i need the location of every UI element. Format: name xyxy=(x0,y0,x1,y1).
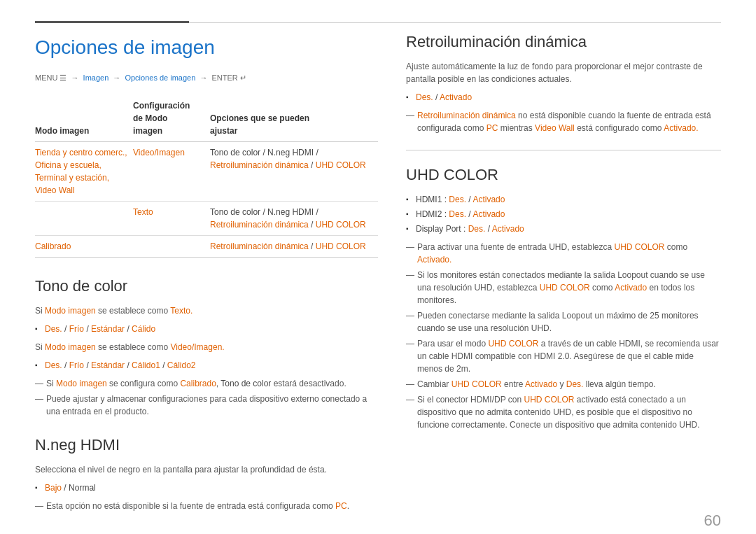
uhd-bullet-hdmi2: HDMI2 : Des. / Activado xyxy=(406,208,721,220)
retroiluminacion-title: Retroiluminación dinámica xyxy=(406,30,721,53)
page-title: Opciones de imagen xyxy=(35,33,378,62)
nneg-intro: Selecciona el nivel de negro en la panta… xyxy=(35,463,378,476)
tono-bullet1-list: Des. / Frío / Estándar / Cálido xyxy=(35,323,378,335)
uhd-note1: Para activar una fuente de entrada UHD, … xyxy=(406,241,721,266)
tono-notes: Si Modo imagen se configura como Calibra… xyxy=(35,377,378,418)
top-rules xyxy=(35,21,721,23)
nneg-hdmi-title: N.neg HDMI xyxy=(35,433,378,456)
arrow2: → xyxy=(113,73,122,82)
uhd-note6: Si el conector HDMI/DP con UHD COLOR act… xyxy=(406,393,721,431)
uhd-bullet-hdmi1: HDMI1 : Des. / Activado xyxy=(406,193,721,206)
retroiluminacion-bullet-list: Des. / Activado xyxy=(406,91,721,104)
uhd-note5: Cambiar UHD COLOR entre Activado y Des. … xyxy=(406,378,721,391)
retroiluminacion-bullet: Des. / Activado xyxy=(406,91,721,104)
retroiluminacion-intro: Ajuste automáticamente la luz de fondo p… xyxy=(406,60,721,85)
uhd-bullet-displayport: Display Port : Des. / Activado xyxy=(406,223,721,235)
table-cell-config1: Video/Imagen xyxy=(133,141,210,201)
uhd-color-notes: Para activar una fuente de entrada UHD, … xyxy=(406,241,721,431)
uhd-color-title: UHD COLOR xyxy=(406,163,721,186)
uhd-note4: Para usar el modo UHD COLOR a través de … xyxy=(406,337,721,375)
enter-label: ENTER ↵ xyxy=(211,73,246,82)
uhd-note3: Pueden conectarse mediante la salida Loo… xyxy=(406,309,721,335)
menu-icon: MENU ☰ xyxy=(35,72,66,84)
tono-de-color-section: Tono de color Si Modo imagen se establec… xyxy=(35,274,378,418)
breadcrumb: MENU ☰ → Imagen → Opciones de imagen → E… xyxy=(35,72,378,84)
divider xyxy=(406,150,721,150)
nneg-bullet-list: Bajo / Normal xyxy=(35,482,378,494)
tono-bullet2-list: Des. / Frío / Estándar / Cálido1 / Cálid… xyxy=(35,359,378,372)
nneg-bullet: Bajo / Normal xyxy=(35,482,378,494)
tono-bullet1: Des. / Frío / Estándar / Cálido xyxy=(35,323,378,335)
right-column: Retroiluminación dinámica Ajuste automát… xyxy=(406,27,721,528)
page-container: Opciones de imagen MENU ☰ → Imagen → Opc… xyxy=(0,0,756,534)
table-row: Tienda y centro comerc., Oficina y escue… xyxy=(35,141,378,201)
nneg-hdmi-section: N.neg HDMI Selecciona el nivel de negro … xyxy=(35,433,378,512)
retroiluminacion-note: Retroiluminación dinámica no está dispon… xyxy=(406,109,721,134)
tono-note2: Puede ajustar y almacenar configuracione… xyxy=(35,393,378,418)
retroiluminacion-section: Retroiluminación dinámica Ajuste automát… xyxy=(406,30,721,134)
retroiluminacion-notes: Retroiluminación dinámica no está dispon… xyxy=(406,109,721,134)
page-number: 60 xyxy=(704,509,721,532)
tono-bullet2: Des. / Frío / Estándar / Cálido1 / Cálid… xyxy=(35,359,378,372)
table-cell-config2: Texto xyxy=(133,201,210,235)
tono-de-color-title: Tono de color xyxy=(35,274,378,297)
uhd-note2: Si los monitores están conectados median… xyxy=(406,269,721,307)
nneg-notes: Esta opción no está disponible si la fue… xyxy=(35,500,378,512)
tono-note1: Si Modo imagen se configura como Calibra… xyxy=(35,377,378,390)
table-row: Texto Tono de color / N.neg HDMI / Retro… xyxy=(35,201,378,235)
table-cell-mode3: Calibrado xyxy=(35,235,133,257)
menu-label: MENU ☰ xyxy=(35,73,66,82)
rule-light xyxy=(189,22,721,23)
left-column: Opciones de imagen MENU ☰ → Imagen → Opc… xyxy=(35,27,378,528)
table-cell-config3 xyxy=(133,235,210,257)
table-cell-options1: Tono de color / N.neg HDMI / Retroilumin… xyxy=(210,141,378,201)
mode-table: Modo imagen Configuraciónde Modoimagen O… xyxy=(35,97,378,258)
nneg-note: Esta opción no está disponible si la fue… xyxy=(35,500,378,512)
two-col-layout: Opciones de imagen MENU ☰ → Imagen → Opc… xyxy=(35,27,721,528)
table-cell-mode2 xyxy=(35,201,133,235)
table-cell-mode1: Tienda y centro comerc., Oficina y escue… xyxy=(35,141,133,201)
table-header-config: Configuraciónde Modoimagen xyxy=(133,97,210,142)
breadcrumb-imagen: Imagen xyxy=(83,73,109,82)
table-row: Calibrado Retroiluminación dinámica / UH… xyxy=(35,235,378,257)
arrow3: → xyxy=(200,73,209,82)
table-header-options: Opciones que se puedenajustar xyxy=(210,97,378,142)
table-cell-options3: Retroiluminación dinámica / UHD COLOR xyxy=(210,235,378,257)
table-header-mode: Modo imagen xyxy=(35,97,133,142)
table-cell-options2: Tono de color / N.neg HDMI / Retroilumin… xyxy=(210,201,378,235)
rule-dark xyxy=(35,21,189,23)
tono-intro1: Si Modo imagen se establece como Texto. xyxy=(35,304,378,317)
arrow1: → xyxy=(71,73,81,82)
uhd-color-section: UHD COLOR HDMI1 : Des. / Activado HDMI2 … xyxy=(406,163,721,431)
breadcrumb-opciones: Opciones de imagen xyxy=(125,73,195,82)
tono-intro2: Si Modo imagen se establece como Video/I… xyxy=(35,341,378,353)
uhd-color-bullet-list: HDMI1 : Des. / Activado HDMI2 : Des. / A… xyxy=(406,193,721,235)
